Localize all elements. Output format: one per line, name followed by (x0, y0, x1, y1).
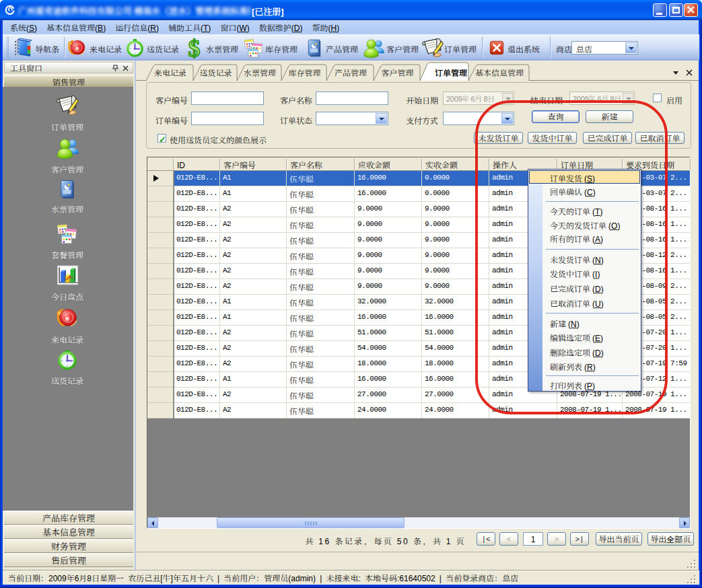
svg-text:来电记录: 来电记录 (154, 67, 186, 78)
svg-text:送货记录: 送货记录 (199, 67, 232, 78)
svg-text:库存管理: 库存管理 (288, 67, 320, 78)
svg-text:基本信息管理: 基本信息管理 (475, 67, 524, 78)
svg-text:水票管理: 水票管理 (244, 67, 276, 78)
svg-text:订单管理: 订单管理 (435, 67, 468, 78)
svg-text:客户管理: 客户管理 (381, 67, 413, 78)
svg-text:产品管理: 产品管理 (335, 67, 367, 78)
